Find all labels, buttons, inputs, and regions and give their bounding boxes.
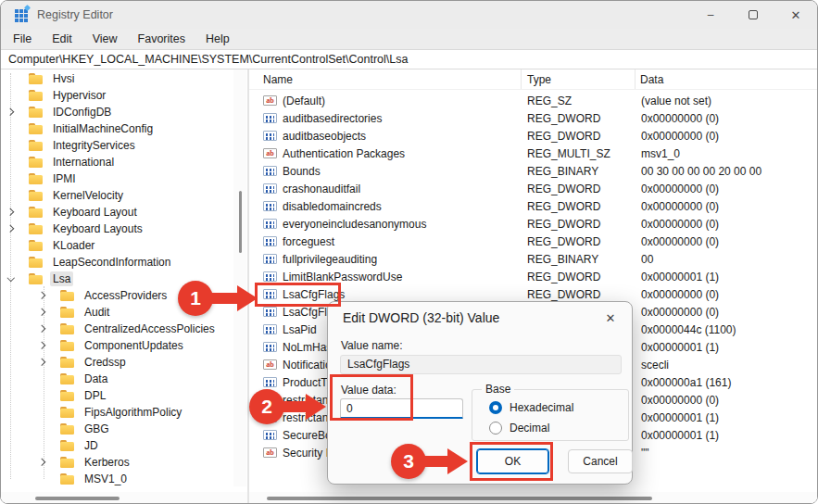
expander-icon[interactable] <box>36 439 49 452</box>
tree-item-componentupdates[interactable]: ComponentUpdates <box>1 337 247 354</box>
dword-value-icon <box>263 219 277 229</box>
value-row-forceguest[interactable]: forceguest REG_DWORD 0x00000000 (0) <box>249 233 818 250</box>
expander-icon[interactable] <box>5 239 18 252</box>
expander-icon[interactable] <box>5 172 18 185</box>
registry-path-input[interactable] <box>1 50 817 69</box>
close-button[interactable]: ✕ <box>774 1 817 29</box>
value-data: 0x00000001 (1) <box>641 271 818 284</box>
dialog-close-button[interactable]: ✕ <box>597 306 624 330</box>
expander-icon[interactable] <box>5 89 18 102</box>
menu-bar: File Edit View Favorites Help <box>1 29 817 49</box>
tree-item-international[interactable]: International <box>1 154 247 170</box>
expander-icon[interactable] <box>5 206 18 219</box>
value-data: 00 <box>641 253 818 266</box>
value-row-everyoneincludesanonymous[interactable]: everyoneincludesanonymous REG_DWORD 0x00… <box>249 215 818 233</box>
menu-favorites[interactable]: Favorites <box>128 29 195 49</box>
radio-decimal[interactable]: Decimal <box>489 422 549 435</box>
tree-item-gbg[interactable]: GBG <box>1 421 247 437</box>
list-horizontal-scrollbar[interactable] <box>249 492 818 504</box>
tree-item-label: International <box>50 155 117 170</box>
column-header-type[interactable]: Type <box>522 69 636 89</box>
tree-vertical-scrollbar-thumb[interactable] <box>239 191 243 253</box>
tree-horizontal-scrollbar[interactable] <box>1 492 247 504</box>
tree-vertical-scrollbar[interactable] <box>233 69 246 486</box>
expander-icon[interactable] <box>36 472 49 485</box>
value-row-bounds[interactable]: Bounds REG_BINARY 00 30 00 00 00 20 00 0… <box>249 162 818 180</box>
column-header-data[interactable]: Data <box>636 69 818 89</box>
value-row-auditbasedirectories[interactable]: auditbasedirectories REG_DWORD 0x0000000… <box>249 109 818 127</box>
minimize-button[interactable]: – <box>689 1 732 29</box>
expander-icon[interactable] <box>36 389 49 402</box>
value-row--default-[interactable]: ab(Default) REG_SZ (value not set) <box>249 92 818 109</box>
radio-hexadecimal[interactable]: Hexadecimal <box>489 401 573 414</box>
tree-item-leapsecondinformation[interactable]: LeapSecondInformation <box>1 254 247 271</box>
tree-item-fipsalgorithmpolicy[interactable]: FipsAlgorithmPolicy <box>1 404 247 421</box>
value-name-field[interactable]: LsaCfgFlags <box>340 355 622 374</box>
tree-item-kernelvelocity[interactable]: KernelVelocity <box>1 187 247 204</box>
tree-item-hvsi[interactable]: Hvsi <box>1 70 247 87</box>
expander-icon[interactable] <box>36 306 49 319</box>
tree-item-keyboard-layout[interactable]: Keyboard Layout <box>1 204 247 220</box>
string-value-icon: ab <box>263 359 277 370</box>
tree-item-label: IDConfigDB <box>50 105 114 120</box>
expander-icon[interactable] <box>5 272 18 285</box>
expander-icon[interactable] <box>5 189 18 202</box>
tree-item-idconfigdb[interactable]: IDConfigDB <box>1 104 247 120</box>
expander-icon[interactable] <box>5 222 18 235</box>
value-row-crashonauditfail[interactable]: crashonauditfail REG_DWORD 0x00000000 (0… <box>249 180 818 197</box>
value-data: msv1_0 <box>641 147 818 160</box>
annotation-highlight-box-ok <box>470 442 553 481</box>
folder-icon <box>60 457 74 468</box>
tree-item-initialmachineconfig[interactable]: InitialMachineConfig <box>1 120 247 137</box>
tree-item-ipmi[interactable]: IPMI <box>1 170 247 187</box>
tree-item-label: CentralizedAccessPolicies <box>82 321 218 336</box>
tree-item-label: InitialMachineConfig <box>50 121 156 136</box>
expander-icon[interactable] <box>5 106 18 119</box>
column-header-name[interactable]: Name <box>249 69 522 89</box>
tree-item-credssp[interactable]: Credssp <box>1 354 247 371</box>
tree-item-msv1-0[interactable]: MSV1_0 <box>1 471 247 487</box>
value-name: LsaPid <box>283 323 317 336</box>
value-row-disabledomaincreds[interactable]: disabledomaincreds REG_DWORD 0x00000000 … <box>249 197 818 215</box>
maximize-button[interactable] <box>732 1 774 29</box>
tree-item-data[interactable]: Data <box>1 371 247 387</box>
tree-item-hypervisor[interactable]: Hypervisor <box>1 87 247 104</box>
cancel-button[interactable]: Cancel <box>568 449 633 473</box>
tree-horizontal-scrollbar-thumb[interactable] <box>35 497 120 500</box>
tree-item-lsa[interactable]: Lsa <box>1 271 247 287</box>
tree-item-centralizedaccesspolicies[interactable]: CentralizedAccessPolicies <box>1 321 247 337</box>
expander-icon[interactable] <box>5 72 18 85</box>
expander-icon[interactable] <box>5 122 18 135</box>
tree-item-keyboard-layouts[interactable]: Keyboard Layouts <box>1 220 247 237</box>
tree-item-kerberos[interactable]: Kerberos <box>1 454 247 471</box>
expander-icon[interactable] <box>36 406 49 419</box>
tree-item-dpl[interactable]: DPL <box>1 387 247 404</box>
expander-icon[interactable] <box>5 139 18 152</box>
menu-view[interactable]: View <box>82 29 128 49</box>
menu-file[interactable]: File <box>3 29 42 49</box>
folder-icon <box>29 90 43 101</box>
value-row-fullprivilegeauditing[interactable]: fullprivilegeauditing REG_BINARY 00 <box>249 250 818 268</box>
tree-item-jd[interactable]: JD <box>1 437 247 454</box>
list-horizontal-scrollbar-thumb[interactable] <box>267 497 652 500</box>
tree-item-label: Keyboard Layouts <box>50 221 145 236</box>
expander-icon[interactable] <box>36 456 49 469</box>
value-row-auditbaseobjects[interactable]: auditbaseobjects REG_DWORD 0x00000000 (0… <box>249 127 818 145</box>
window-title: Registry Editor <box>37 8 113 21</box>
expander-icon[interactable] <box>36 356 49 369</box>
expander-icon[interactable] <box>36 422 49 435</box>
expander-icon[interactable] <box>36 289 49 302</box>
menu-edit[interactable]: Edit <box>42 29 82 49</box>
value-row-authentication-packages[interactable]: abAuthentication Packages REG_MULTI_SZ m… <box>249 145 818 162</box>
expander-icon[interactable] <box>5 156 18 169</box>
expander-icon[interactable] <box>5 256 18 269</box>
folder-icon <box>29 140 43 151</box>
expander-icon[interactable] <box>36 372 49 385</box>
expander-icon[interactable] <box>36 339 49 352</box>
expander-icon[interactable] <box>36 322 49 335</box>
tree-item-integrityservices[interactable]: IntegrityServices <box>1 137 247 154</box>
tree-item-kloader[interactable]: KLoader <box>1 237 247 254</box>
menu-help[interactable]: Help <box>195 29 240 49</box>
dword-value-icon <box>263 324 277 334</box>
value-type: REG_DWORD <box>527 112 641 125</box>
